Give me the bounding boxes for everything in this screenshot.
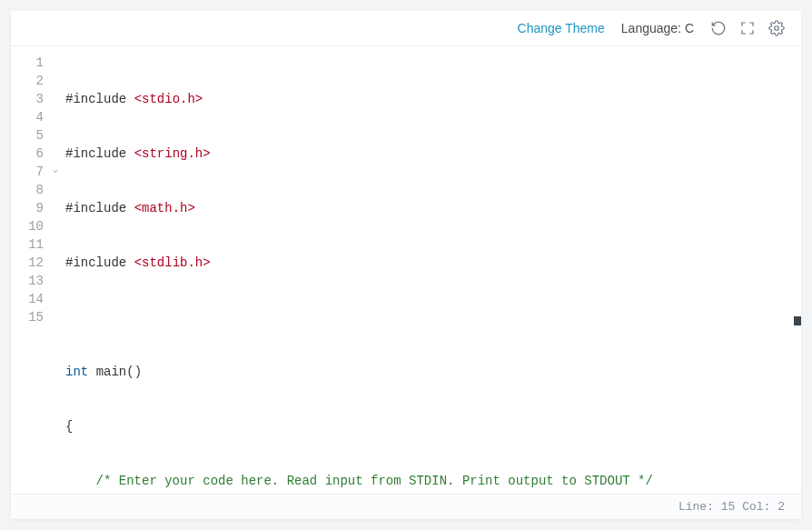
status-bar: Line: 15 Col: 2 xyxy=(11,494,801,519)
language-label: Language: C xyxy=(621,21,694,35)
code-line: #include <string.h> xyxy=(65,145,801,163)
fold-chevron-icon[interactable]: ⌄ xyxy=(49,165,58,175)
svg-point-0 xyxy=(775,26,779,31)
fullscreen-icon[interactable] xyxy=(739,20,756,36)
line-number: 14 xyxy=(11,290,62,308)
line-number: 3 xyxy=(11,90,62,108)
settings-icon[interactable] xyxy=(768,20,785,36)
line-number: 2 xyxy=(11,72,62,90)
code-line: #include <stdlib.h> xyxy=(65,254,801,272)
line-number: 11 xyxy=(11,235,62,254)
change-theme-link[interactable]: Change Theme xyxy=(518,21,605,35)
code-line: int main() xyxy=(65,363,801,381)
code-line: #include <stdio.h> xyxy=(65,90,801,108)
toolbar-icons xyxy=(710,20,785,36)
code-line: { xyxy=(65,417,801,435)
line-number: 8 xyxy=(11,181,62,199)
code-line: #include <math.h> xyxy=(65,199,801,217)
line-number: 12 xyxy=(11,254,62,272)
code-editor[interactable]: 1 2 3 4 5 6 7⌄ 8 9 10 11 12 13 14 15 #in… xyxy=(11,46,801,494)
line-number: 6 xyxy=(11,145,62,163)
line-number: 9 xyxy=(11,199,62,217)
line-number: 4 xyxy=(11,108,62,126)
line-number: 13 xyxy=(11,272,62,290)
line-number: 10 xyxy=(11,217,62,235)
line-number: 15 xyxy=(11,308,62,326)
line-number-gutter: 1 2 3 4 5 6 7⌄ 8 9 10 11 12 13 14 15 xyxy=(11,46,62,494)
editor-toolbar: Change Theme Language: C xyxy=(11,11,801,46)
line-number: 7⌄ xyxy=(11,163,62,181)
reset-icon[interactable] xyxy=(710,20,727,36)
scroll-marker xyxy=(794,316,801,325)
line-number: 5 xyxy=(11,126,62,145)
code-line xyxy=(65,308,801,326)
code-content[interactable]: #include <stdio.h> #include <string.h> #… xyxy=(62,46,801,494)
line-number: 1 xyxy=(11,54,62,72)
code-line: /* Enter your code here. Read input from… xyxy=(65,472,801,490)
cursor-position: Line: 15 Col: 2 xyxy=(678,500,785,514)
editor-container: Change Theme Language: C 1 2 3 4 5 6 7⌄ … xyxy=(11,11,801,519)
